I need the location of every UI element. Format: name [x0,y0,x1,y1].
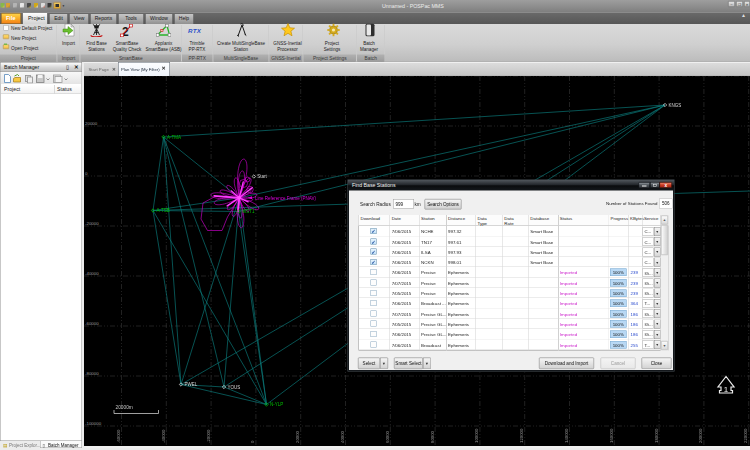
svg-text:20000m: 20000m [116,405,133,410]
svg-text:40000: 40000 [340,430,345,443]
svg-text:220000: 220000 [743,428,748,443]
svg-text:Start: Start [257,174,267,179]
svg-text:20000: 20000 [85,121,98,126]
svg-text:YOUS: YOUS [228,385,241,390]
svg-text:PWEL: PWEL [185,382,198,387]
svg-text:N-YLP: N-YLP [270,402,283,407]
svg-text:60000: 60000 [385,430,390,443]
svg-text:1: 1 [724,385,729,394]
svg-text:-40000: -40000 [161,429,166,443]
svg-text:A-TMA: A-TMA [167,135,181,140]
svg-text:WST1: WST1 [242,209,255,214]
svg-text:120000: 120000 [519,428,524,443]
svg-text:-20000: -20000 [85,221,99,226]
svg-text:-80000: -80000 [85,371,99,376]
svg-text:-60000: -60000 [116,429,121,443]
svg-text:80000: 80000 [430,430,435,443]
svg-text:100000: 100000 [474,428,479,443]
svg-text:140000: 140000 [564,428,569,443]
svg-text:-60000: -60000 [85,321,99,326]
svg-text:180000: 180000 [654,428,659,443]
svg-text:-100000: -100000 [85,421,102,426]
svg-text:20000: 20000 [295,430,300,443]
svg-text:-20000: -20000 [206,429,211,443]
svg-text:160000: 160000 [609,428,614,443]
svg-text:-40000: -40000 [85,271,99,276]
svg-text:200000: 200000 [698,428,703,443]
svg-text:Line Reference Frame (PNAV): Line Reference Frame (PNAV) [255,196,316,201]
svg-text:A-TSB: A-TSB [157,208,170,213]
svg-text:KNGS: KNGS [669,103,682,108]
